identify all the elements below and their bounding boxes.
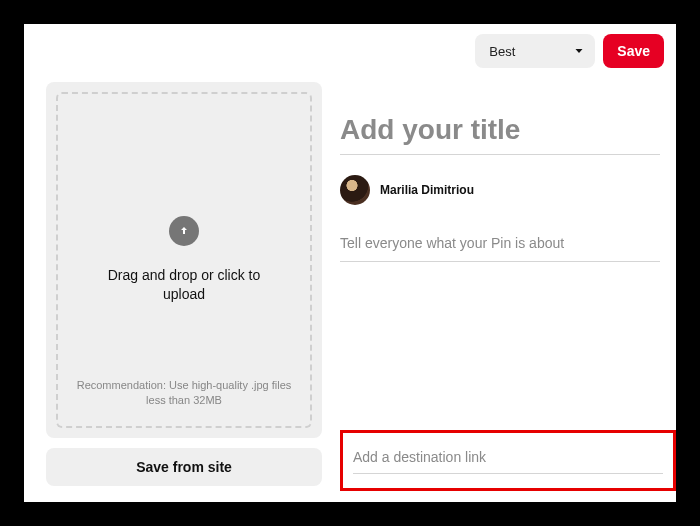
form-column: Marilia Dimitriou [340, 110, 660, 262]
chevron-down-icon [573, 45, 585, 57]
avatar[interactable] [340, 175, 370, 205]
board-select[interactable]: Best [475, 34, 595, 68]
save-button[interactable]: Save [603, 34, 664, 68]
topbar: Best Save [475, 34, 664, 68]
save-from-site-button[interactable]: Save from site [46, 448, 322, 486]
upload-column: Drag and drop or click to upload Recomme… [46, 82, 322, 486]
pin-builder-frame: Best Save Drag and drop or click to uplo… [24, 24, 676, 502]
destination-link-input[interactable] [353, 445, 663, 474]
upload-instruction-text: Drag and drop or click to upload [104, 266, 264, 304]
author-name: Marilia Dimitriou [380, 183, 474, 197]
upload-dropzone[interactable]: Drag and drop or click to upload Recomme… [46, 82, 322, 438]
upload-recommendation-text: Recommendation: Use high-quality .jpg fi… [58, 378, 310, 408]
author-row: Marilia Dimitriou [340, 175, 660, 205]
description-input[interactable] [340, 229, 660, 262]
upload-arrow-icon [169, 216, 199, 246]
board-select-label: Best [489, 44, 515, 59]
upload-dropzone-inner: Drag and drop or click to upload Recomme… [56, 92, 312, 428]
destination-link-highlight [340, 430, 676, 491]
title-input[interactable] [340, 110, 660, 155]
